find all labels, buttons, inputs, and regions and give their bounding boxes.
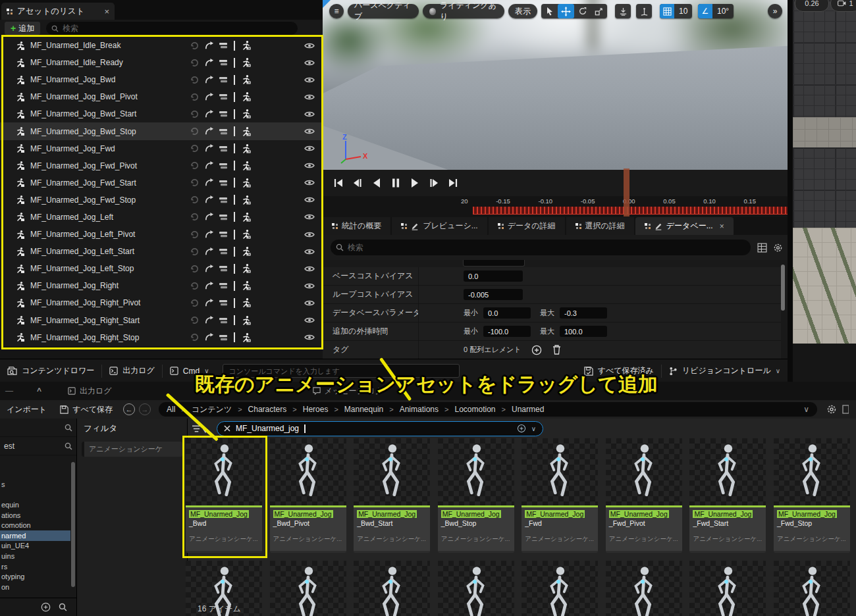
- add-source-icon[interactable]: [41, 602, 51, 612]
- redo-arrow-icon[interactable]: [204, 58, 214, 68]
- mirror-runner-icon[interactable]: [241, 280, 252, 291]
- loop-icon[interactable]: [190, 92, 200, 102]
- skip-to-start-button[interactable]: [333, 178, 344, 188]
- timeline-playhead[interactable]: [624, 168, 629, 217]
- asset-card[interactable]: MF_Unarmed_Jog _Bwd_Stop アニメーションシーケ...: [438, 438, 514, 553]
- mirror-runner-icon[interactable]: [241, 315, 252, 326]
- asset-row[interactable]: MF_Unarmed_Jog_Fwd: [0, 140, 323, 157]
- asset-row[interactable]: MF_Unarmed_Jog_Left_Stop: [0, 260, 323, 277]
- blend-bars-icon[interactable]: [219, 75, 228, 84]
- asset-row[interactable]: MF_Unarmed_Idle_Ready: [0, 54, 323, 71]
- folder-tree-item[interactable]: otyping: [0, 571, 70, 582]
- mirror-runner-icon[interactable]: [241, 40, 252, 51]
- redo-arrow-icon[interactable]: [204, 264, 214, 274]
- asset-card[interactable]: MF_Unarmed_Jog _Bwd_Start アニメーションシーケ...: [354, 438, 430, 553]
- mirror-runner-icon[interactable]: [241, 212, 252, 222]
- blend-bars-icon[interactable]: [219, 178, 228, 188]
- tree-scrollbar[interactable]: [71, 459, 75, 616]
- eye-icon[interactable]: [304, 145, 315, 152]
- loop-icon[interactable]: [190, 109, 200, 119]
- asset-row[interactable]: MF_Unarmed_Jog_Right_Stop: [0, 329, 323, 346]
- tab-asset-list[interactable]: アセットのリスト ×: [1, 3, 115, 20]
- asset-search-input[interactable]: 検索: [46, 22, 298, 35]
- loop-icon[interactable]: [190, 281, 200, 291]
- add-button[interactable]: + 追加: [5, 22, 40, 35]
- mirror-runner-icon[interactable]: [241, 74, 252, 85]
- details-tab[interactable]: データの詳細 ×: [489, 217, 565, 235]
- move-tool-button[interactable]: [558, 4, 574, 18]
- search-icon[interactable]: [59, 603, 67, 611]
- eye-icon[interactable]: [304, 196, 315, 203]
- blend-bars-icon[interactable]: [219, 230, 228, 239]
- redo-arrow-icon[interactable]: [204, 92, 214, 102]
- mirror-runner-icon[interactable]: [241, 297, 252, 308]
- details-tab[interactable]: プレビューシ... ×: [392, 217, 487, 235]
- asset-card[interactable]: MF_Unarmed_Jog _Bwd アニメーションシーケ...: [186, 438, 262, 553]
- loop-icon[interactable]: [190, 178, 200, 188]
- blend-bars-icon[interactable]: [219, 213, 228, 222]
- asset-row[interactable]: MF_Unarmed_Jog_Left: [0, 209, 323, 226]
- blend-bars-icon[interactable]: [219, 161, 228, 170]
- eye-icon[interactable]: [304, 299, 315, 307]
- min-input[interactable]: -100.0: [483, 326, 531, 337]
- mirror-runner-icon[interactable]: [241, 161, 252, 171]
- redo-arrow-icon[interactable]: [204, 281, 214, 291]
- show-button[interactable]: 表示: [508, 4, 537, 18]
- perspective-button[interactable]: パースペクティブ: [348, 4, 419, 18]
- eye-icon[interactable]: [304, 179, 315, 186]
- pause-button[interactable]: [390, 178, 401, 188]
- eye-icon[interactable]: [304, 231, 315, 238]
- redo-arrow-icon[interactable]: [204, 247, 214, 257]
- mirror-runner-icon[interactable]: [241, 229, 252, 240]
- eye-icon[interactable]: [304, 59, 315, 66]
- asset-card[interactable]: [522, 561, 598, 616]
- redo-arrow-icon[interactable]: [204, 195, 214, 205]
- asset-card[interactable]: [774, 561, 850, 616]
- search-options-icon[interactable]: ∨: [531, 425, 536, 432]
- timeline[interactable]: 20-0.15-0.10-0.050.000.050.100.15: [323, 196, 788, 217]
- breadcrumb-item[interactable]: コンテンツ >: [192, 404, 248, 415]
- surface-snap-button[interactable]: [615, 4, 631, 18]
- mirror-runner-icon[interactable]: [241, 143, 252, 154]
- loop-icon[interactable]: [190, 315, 200, 325]
- forward-button[interactable]: →: [139, 403, 151, 415]
- asset-row[interactable]: MF_Unarmed_Jog_Fwd_Pivot: [0, 157, 323, 174]
- eye-icon[interactable]: [304, 248, 315, 255]
- asset-card[interactable]: MF_Unarmed_Jog _Bwd_Pivot アニメーションシーケ...: [270, 438, 346, 553]
- blend-bars-icon[interactable]: [219, 195, 228, 205]
- eye-icon[interactable]: [304, 128, 315, 135]
- output-log-drawer-tab[interactable]: 出力ログ: [68, 386, 112, 397]
- value-input[interactable]: -0.005: [464, 289, 523, 300]
- back-button[interactable]: ←: [123, 403, 135, 415]
- asset-row[interactable]: MF_Unarmed_Jog_Left_Pivot: [0, 226, 323, 243]
- redo-arrow-icon[interactable]: [204, 161, 214, 170]
- save-all-button[interactable]: すべて保存: [53, 404, 119, 415]
- eye-icon[interactable]: [304, 42, 315, 49]
- blend-bars-icon[interactable]: [219, 109, 228, 118]
- table-view-icon[interactable]: [757, 243, 767, 253]
- folder-tree-item[interactable]: rs: [0, 561, 70, 572]
- value-input[interactable]: 0.0: [464, 270, 523, 282]
- lighting-mode-button[interactable]: ライティングあり: [423, 4, 504, 18]
- asset-card[interactable]: MF_Unarmed_Jog _Fwd_Pivot アニメーションシーケ...: [606, 438, 682, 553]
- toolbar-overflow-button[interactable]: »: [768, 4, 782, 18]
- blend-bars-icon[interactable]: [219, 298, 228, 307]
- viewport-options-button[interactable]: ≡: [329, 4, 344, 18]
- asset-card[interactable]: [606, 561, 682, 616]
- step-back-button[interactable]: [352, 178, 363, 188]
- skip-to-end-button[interactable]: [448, 178, 458, 188]
- rotate-tool-button[interactable]: [574, 4, 591, 18]
- collapse-icon[interactable]: ^: [37, 386, 41, 396]
- asset-card[interactable]: [270, 561, 346, 616]
- asset-row[interactable]: MF_Unarmed_Jog_Bwd_Start: [0, 105, 323, 122]
- redo-arrow-icon[interactable]: [204, 212, 214, 222]
- output-log-button[interactable]: 出力ログ: [102, 359, 162, 382]
- details-scrollbar[interactable]: [781, 263, 785, 355]
- content-drawer-button[interactable]: コンテンツドロワー: [0, 359, 101, 382]
- loop-icon[interactable]: [190, 41, 200, 51]
- asset-row[interactable]: MF_Unarmed_Jog_Right: [0, 277, 323, 294]
- redo-arrow-icon[interactable]: [204, 41, 214, 51]
- eye-icon[interactable]: [304, 282, 315, 290]
- folder-tree-item[interactable]: narmed: [0, 530, 70, 541]
- path-dropdown-icon[interactable]: ∨: [803, 405, 809, 414]
